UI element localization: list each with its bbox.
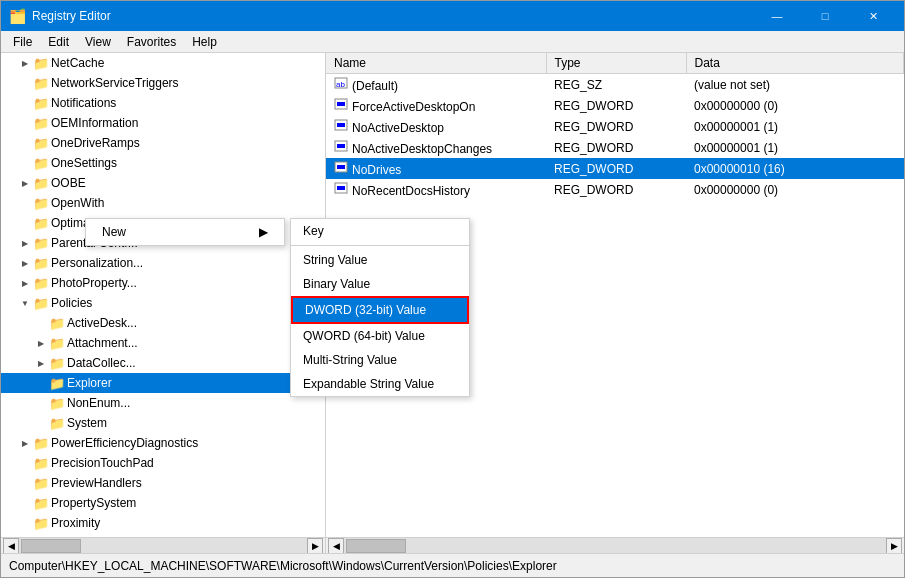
col-data: Data: [686, 53, 904, 74]
expand-button: [33, 375, 49, 391]
ctx-new-arrow: ▶: [259, 225, 268, 239]
tree-item[interactable]: ▶📁Attachment...: [1, 333, 325, 353]
tree-item[interactable]: ▶📁Personalization...: [1, 253, 325, 273]
app-icon: 🗂️: [9, 8, 26, 24]
tree-item-label: PhotoProperty...: [51, 276, 137, 290]
tree-item[interactable]: ▶📁OOBE: [1, 173, 325, 193]
tree-item[interactable]: 📁OneDriveRamps: [1, 133, 325, 153]
cell-data: 0x00000000 (0): [686, 95, 904, 116]
table-row[interactable]: NoActiveDesktopREG_DWORD0x00000001 (1): [326, 116, 904, 137]
tree-item[interactable]: 📁NetworkServiceTriggers: [1, 73, 325, 93]
tree-item[interactable]: 📁PushNotifications: [1, 533, 325, 537]
tree-item[interactable]: 📁System: [1, 413, 325, 433]
tree-scroll[interactable]: ▶📁NetCache📁NetworkServiceTriggers📁Notifi…: [1, 53, 326, 537]
expand-button[interactable]: ▶: [17, 255, 33, 271]
maximize-button[interactable]: □: [802, 1, 848, 31]
right-hscroll-right-btn[interactable]: ▶: [886, 538, 902, 554]
tree-item-label: Notifications: [51, 96, 116, 110]
new-expandable-string-value[interactable]: Expandable String Value: [291, 372, 469, 396]
expand-button[interactable]: ▶: [17, 55, 33, 71]
menu-favorites[interactable]: Favorites: [119, 31, 184, 53]
expand-button[interactable]: ▶: [17, 235, 33, 251]
ctx-new[interactable]: New ▶: [86, 219, 284, 245]
tree-item[interactable]: 📁PrecisionTouchPad: [1, 453, 325, 473]
expand-button: [17, 215, 33, 231]
tree-item[interactable]: ▶📁DataCollec...: [1, 353, 325, 373]
table-row[interactable]: NoRecentDocsHistoryREG_DWORD0x00000000 (…: [326, 179, 904, 200]
title-bar-left: 🗂️ Registry Editor: [9, 8, 111, 24]
tree-item[interactable]: 📁OneSettings: [1, 153, 325, 173]
hscroll-right-btn[interactable]: ▶: [307, 538, 323, 554]
close-button[interactable]: ✕: [850, 1, 896, 31]
new-key[interactable]: Key: [291, 219, 469, 243]
tree-item[interactable]: ▶📁PhotoProperty...: [1, 273, 325, 293]
new-string-value[interactable]: String Value: [291, 248, 469, 272]
expand-button[interactable]: ▶: [17, 175, 33, 191]
svg-text:ab: ab: [336, 80, 345, 89]
cell-data: (value not set): [686, 74, 904, 96]
right-hscroll-track[interactable]: [344, 538, 886, 554]
minimize-button[interactable]: —: [754, 1, 800, 31]
tree-item[interactable]: ▼📁Policies: [1, 293, 325, 313]
menu-help[interactable]: Help: [184, 31, 225, 53]
tree-item[interactable]: ▶📁PowerEfficiencyDiagnostics: [1, 433, 325, 453]
expand-button: [17, 455, 33, 471]
folder-icon: 📁: [33, 435, 49, 451]
table-row[interactable]: NoActiveDesktopChangesREG_DWORD0x0000000…: [326, 137, 904, 158]
folder-icon: 📁: [33, 235, 49, 251]
tree-item[interactable]: 📁OpenWith: [1, 193, 325, 213]
folder-icon: 📁: [33, 495, 49, 511]
tree-item-label: ActiveDesk...: [67, 316, 137, 330]
hscroll-thumb[interactable]: [21, 539, 81, 553]
tree-item-label: PrecisionTouchPad: [51, 456, 154, 470]
table-row[interactable]: ab(Default)REG_SZ(value not set): [326, 74, 904, 96]
table-row[interactable]: ForceActiveDesktopOnREG_DWORD0x00000000 …: [326, 95, 904, 116]
cell-type: REG_SZ: [546, 74, 686, 96]
tree-item[interactable]: 📁Explorer: [1, 373, 325, 393]
svg-rect-3: [337, 102, 345, 106]
new-dword-value[interactable]: DWORD (32-bit) Value: [291, 296, 469, 324]
tree-item[interactable]: 📁PreviewHandlers: [1, 473, 325, 493]
tree-item[interactable]: 📁ActiveDesk...: [1, 313, 325, 333]
tree-item[interactable]: 📁OEMInformation: [1, 113, 325, 133]
menu-edit[interactable]: Edit: [40, 31, 77, 53]
expand-button: [17, 195, 33, 211]
tree-item[interactable]: 📁Notifications: [1, 93, 325, 113]
hscroll-track[interactable]: [19, 538, 307, 554]
tree-hscrollbar[interactable]: ◀ ▶: [1, 537, 325, 553]
context-menu: New ▶: [85, 218, 285, 246]
right-hscroll-left-btn[interactable]: ◀: [328, 538, 344, 554]
new-qword-value[interactable]: QWORD (64-bit) Value: [291, 324, 469, 348]
tree-item-label: System: [67, 416, 107, 430]
cell-data: 0x00000010 (16): [686, 158, 904, 179]
table-row[interactable]: NoDrivesREG_DWORD0x00000010 (16): [326, 158, 904, 179]
menu-view[interactable]: View: [77, 31, 119, 53]
tree-item[interactable]: 📁Proximity: [1, 513, 325, 533]
title-bar: 🗂️ Registry Editor — □ ✕: [1, 1, 904, 31]
expand-button[interactable]: ▶: [33, 355, 49, 371]
expand-button: [17, 75, 33, 91]
svg-rect-9: [337, 165, 345, 169]
expand-button[interactable]: ▶: [33, 335, 49, 351]
folder-icon: 📁: [33, 215, 49, 231]
expand-button: [17, 475, 33, 491]
cell-data: 0x00000001 (1): [686, 137, 904, 158]
tree-item-label: Explorer: [67, 376, 112, 390]
tree-item[interactable]: ▶📁NetCache: [1, 53, 325, 73]
expand-button[interactable]: ▼: [17, 295, 33, 311]
expand-button[interactable]: ▶: [17, 275, 33, 291]
hscroll-left-btn[interactable]: ◀: [3, 538, 19, 554]
tree-item[interactable]: 📁PropertySystem: [1, 493, 325, 513]
menu-file[interactable]: File: [5, 31, 40, 53]
right-hscroll-thumb[interactable]: [346, 539, 406, 553]
title-bar-controls: — □ ✕: [754, 1, 896, 31]
new-multi-string-value[interactable]: Multi-String Value: [291, 348, 469, 372]
expand-button: [17, 495, 33, 511]
folder-icon: 📁: [33, 135, 49, 151]
expand-button[interactable]: ▶: [17, 435, 33, 451]
folder-icon: 📁: [49, 335, 65, 351]
new-binary-value[interactable]: Binary Value: [291, 272, 469, 296]
right-hscrollbar[interactable]: ◀ ▶: [326, 537, 904, 553]
tree-item-label: OneDriveRamps: [51, 136, 140, 150]
tree-item[interactable]: 📁NonEnum...: [1, 393, 325, 413]
